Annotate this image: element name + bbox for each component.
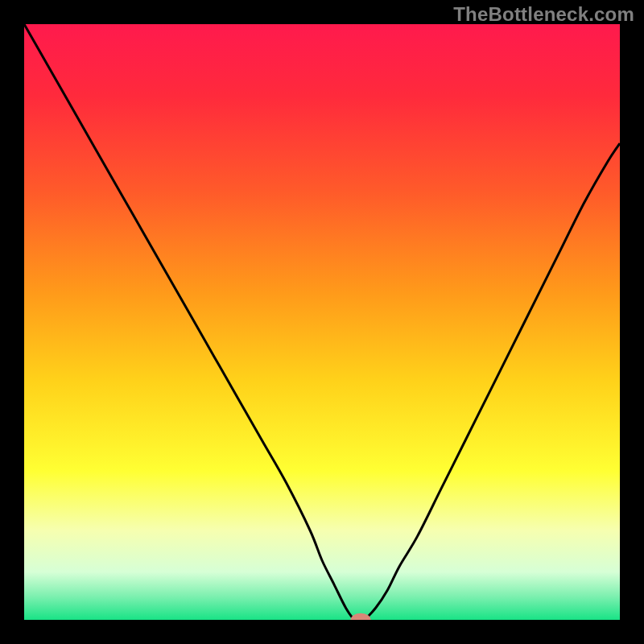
chart-background — [24, 24, 620, 620]
bottleneck-chart — [24, 24, 620, 620]
chart-frame: TheBottleneck.com — [0, 0, 644, 644]
watermark-text: TheBottleneck.com — [453, 3, 634, 26]
